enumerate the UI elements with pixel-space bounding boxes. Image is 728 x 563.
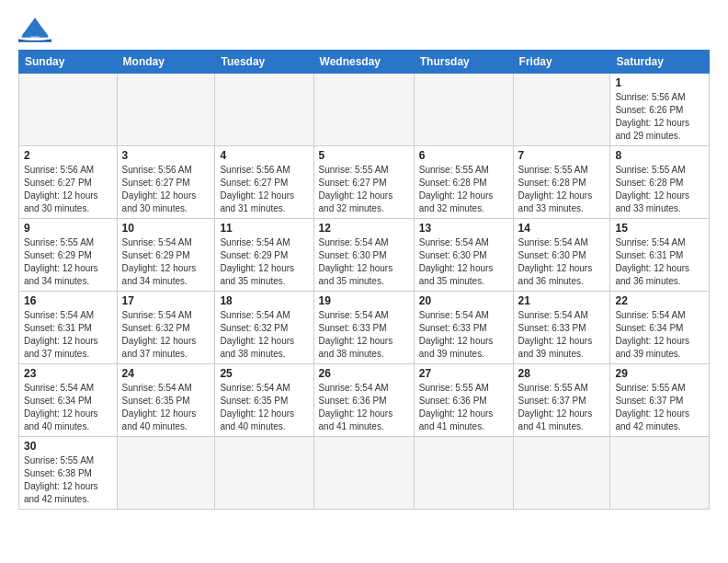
day-info: Sunrise: 5:54 AM Sunset: 6:35 PM Dayligh… [220, 382, 308, 433]
day-info: Sunrise: 5:54 AM Sunset: 6:30 PM Dayligh… [518, 236, 606, 288]
calendar-cell: 22Sunrise: 5:54 AM Sunset: 6:34 PM Dayli… [610, 292, 710, 364]
calendar-cell [414, 74, 513, 146]
calendar-cell: 6Sunrise: 5:55 AM Sunset: 6:28 PM Daylig… [414, 146, 513, 219]
calendar-cell [215, 437, 313, 510]
weekday-header-friday: Friday [513, 51, 610, 74]
day-number: 18 [220, 294, 308, 307]
calendar-cell [513, 74, 610, 146]
day-number: 14 [518, 222, 606, 235]
day-number: 9 [24, 222, 112, 235]
logo [18, 15, 59, 42]
calendar-cell [215, 74, 313, 146]
weekday-header-monday: Monday [117, 51, 215, 74]
day-number: 25 [220, 367, 308, 380]
day-info: Sunrise: 5:55 AM Sunset: 6:28 PM Dayligh… [419, 164, 508, 215]
week-row-3: 9Sunrise: 5:55 AM Sunset: 6:29 PM Daylig… [19, 219, 710, 292]
week-row-5: 23Sunrise: 5:54 AM Sunset: 6:34 PM Dayli… [19, 364, 710, 437]
calendar-cell [313, 437, 414, 510]
day-number: 16 [24, 294, 112, 307]
day-info: Sunrise: 5:54 AM Sunset: 6:29 PM Dayligh… [220, 236, 308, 288]
day-info: Sunrise: 5:54 AM Sunset: 6:35 PM Dayligh… [122, 382, 210, 433]
day-number: 1 [615, 76, 704, 89]
day-info: Sunrise: 5:54 AM Sunset: 6:30 PM Dayligh… [419, 236, 508, 288]
day-number: 24 [122, 367, 210, 380]
calendar-cell: 14Sunrise: 5:54 AM Sunset: 6:30 PM Dayli… [513, 219, 610, 292]
week-row-2: 2Sunrise: 5:56 AM Sunset: 6:27 PM Daylig… [19, 146, 710, 219]
calendar-cell: 21Sunrise: 5:54 AM Sunset: 6:33 PM Dayli… [513, 292, 610, 364]
day-info: Sunrise: 5:54 AM Sunset: 6:34 PM Dayligh… [24, 382, 112, 433]
calendar-cell: 16Sunrise: 5:54 AM Sunset: 6:31 PM Dayli… [19, 292, 118, 364]
weekday-header-row: SundayMondayTuesdayWednesdayThursdayFrid… [19, 51, 710, 74]
calendar-cell: 15Sunrise: 5:54 AM Sunset: 6:31 PM Dayli… [610, 219, 710, 292]
day-number: 15 [615, 222, 704, 235]
calendar-cell: 7Sunrise: 5:55 AM Sunset: 6:28 PM Daylig… [513, 146, 610, 219]
day-number: 28 [518, 367, 606, 380]
weekday-header-sunday: Sunday [19, 51, 118, 74]
weekday-header-tuesday: Tuesday [215, 51, 313, 74]
calendar-cell [117, 74, 215, 146]
day-info: Sunrise: 5:55 AM Sunset: 6:37 PM Dayligh… [615, 382, 704, 433]
day-info: Sunrise: 5:56 AM Sunset: 6:27 PM Dayligh… [122, 164, 210, 215]
day-info: Sunrise: 5:54 AM Sunset: 6:31 PM Dayligh… [24, 309, 112, 361]
calendar-cell: 10Sunrise: 5:54 AM Sunset: 6:29 PM Dayli… [117, 219, 215, 292]
day-number: 10 [122, 222, 210, 235]
day-info: Sunrise: 5:54 AM Sunset: 6:32 PM Dayligh… [122, 309, 210, 361]
day-number: 8 [615, 149, 704, 162]
day-number: 7 [518, 149, 606, 162]
calendar-cell [610, 437, 710, 510]
day-number: 11 [220, 222, 308, 235]
calendar-cell: 27Sunrise: 5:55 AM Sunset: 6:36 PM Dayli… [414, 364, 513, 437]
day-info: Sunrise: 5:54 AM Sunset: 6:34 PM Dayligh… [615, 309, 704, 361]
calendar-cell: 29Sunrise: 5:55 AM Sunset: 6:37 PM Dayli… [610, 364, 710, 437]
day-number: 3 [122, 149, 210, 162]
calendar-cell: 13Sunrise: 5:54 AM Sunset: 6:30 PM Dayli… [414, 219, 513, 292]
calendar-cell: 19Sunrise: 5:54 AM Sunset: 6:33 PM Dayli… [313, 292, 414, 364]
day-number: 30 [24, 440, 112, 453]
day-info: Sunrise: 5:55 AM Sunset: 6:38 PM Dayligh… [24, 454, 112, 506]
weekday-header-saturday: Saturday [610, 51, 710, 74]
day-info: Sunrise: 5:54 AM Sunset: 6:33 PM Dayligh… [319, 309, 409, 361]
day-info: Sunrise: 5:56 AM Sunset: 6:26 PM Dayligh… [615, 91, 704, 143]
calendar-cell [414, 437, 513, 510]
calendar-cell [513, 437, 610, 510]
day-number: 19 [319, 294, 409, 307]
day-number: 5 [319, 149, 409, 162]
calendar-cell: 8Sunrise: 5:55 AM Sunset: 6:28 PM Daylig… [610, 146, 710, 219]
day-number: 21 [518, 294, 606, 307]
weekday-header-thursday: Thursday [414, 51, 513, 74]
day-number: 6 [419, 149, 508, 162]
day-info: Sunrise: 5:55 AM Sunset: 6:28 PM Dayligh… [518, 164, 606, 215]
day-info: Sunrise: 5:55 AM Sunset: 6:28 PM Dayligh… [615, 164, 704, 215]
week-row-6: 30Sunrise: 5:55 AM Sunset: 6:38 PM Dayli… [19, 437, 710, 510]
calendar-cell: 12Sunrise: 5:54 AM Sunset: 6:30 PM Dayli… [313, 219, 414, 292]
calendar-cell: 5Sunrise: 5:55 AM Sunset: 6:27 PM Daylig… [313, 146, 414, 219]
day-number: 12 [319, 222, 409, 235]
day-info: Sunrise: 5:54 AM Sunset: 6:33 PM Dayligh… [419, 309, 508, 361]
calendar-table: SundayMondayTuesdayWednesdayThursdayFrid… [18, 50, 710, 510]
calendar-cell: 30Sunrise: 5:55 AM Sunset: 6:38 PM Dayli… [19, 437, 118, 510]
calendar-cell: 1Sunrise: 5:56 AM Sunset: 6:26 PM Daylig… [610, 74, 710, 146]
day-number: 27 [419, 367, 508, 380]
day-info: Sunrise: 5:55 AM Sunset: 6:27 PM Dayligh… [319, 164, 409, 215]
day-info: Sunrise: 5:54 AM Sunset: 6:31 PM Dayligh… [615, 236, 704, 288]
day-info: Sunrise: 5:55 AM Sunset: 6:29 PM Dayligh… [24, 236, 112, 288]
calendar-cell: 20Sunrise: 5:54 AM Sunset: 6:33 PM Dayli… [414, 292, 513, 364]
weekday-header-wednesday: Wednesday [313, 51, 414, 74]
day-number: 22 [615, 294, 704, 307]
day-number: 23 [24, 367, 112, 380]
calendar-cell: 11Sunrise: 5:54 AM Sunset: 6:29 PM Dayli… [215, 219, 313, 292]
calendar-cell: 3Sunrise: 5:56 AM Sunset: 6:27 PM Daylig… [117, 146, 215, 219]
calendar-cell: 26Sunrise: 5:54 AM Sunset: 6:36 PM Dayli… [313, 364, 414, 437]
week-row-4: 16Sunrise: 5:54 AM Sunset: 6:31 PM Dayli… [19, 292, 710, 364]
calendar-cell: 2Sunrise: 5:56 AM Sunset: 6:27 PM Daylig… [19, 146, 118, 219]
day-number: 13 [419, 222, 508, 235]
day-info: Sunrise: 5:54 AM Sunset: 6:36 PM Dayligh… [319, 382, 409, 433]
calendar-cell [117, 437, 215, 510]
day-info: Sunrise: 5:54 AM Sunset: 6:29 PM Dayligh… [122, 236, 210, 288]
day-info: Sunrise: 5:56 AM Sunset: 6:27 PM Dayligh… [24, 164, 112, 215]
calendar-cell: 17Sunrise: 5:54 AM Sunset: 6:32 PM Dayli… [117, 292, 215, 364]
day-number: 20 [419, 294, 508, 307]
day-info: Sunrise: 5:56 AM Sunset: 6:27 PM Dayligh… [220, 164, 308, 215]
day-number: 26 [319, 367, 409, 380]
calendar-cell: 24Sunrise: 5:54 AM Sunset: 6:35 PM Dayli… [117, 364, 215, 437]
